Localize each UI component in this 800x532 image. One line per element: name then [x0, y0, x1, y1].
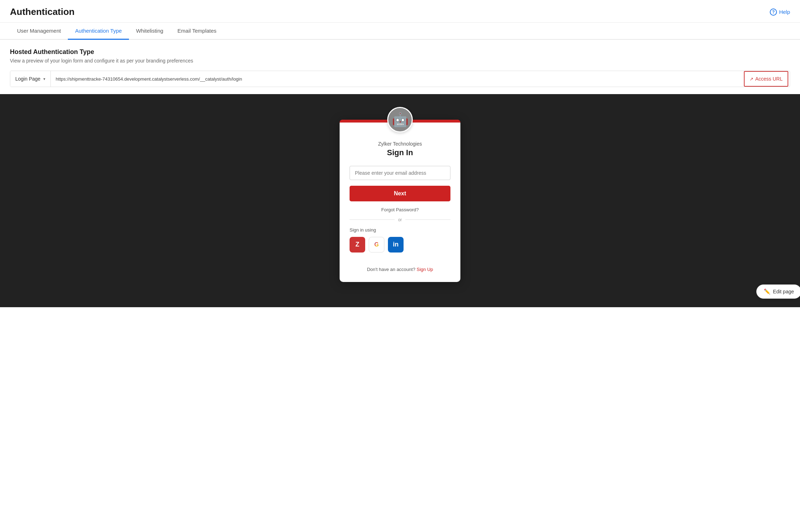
- chevron-down-icon: ▾: [43, 77, 45, 81]
- page-title: Authentication: [10, 6, 75, 17]
- url-display: https://shipmenttracke-74310654.developm…: [51, 76, 742, 82]
- login-card-body: Zylker Technologies Sign In Next Forgot …: [340, 123, 460, 272]
- sign-in-using-label: Sign in using: [350, 227, 376, 233]
- url-bar: Login Page ▾ https://shipmenttracke-7431…: [10, 71, 790, 87]
- social-icons-group: Z G in: [350, 237, 404, 253]
- google-icon: G: [374, 241, 379, 248]
- divider-line-right: [405, 219, 450, 220]
- company-name: Zylker Technologies: [378, 141, 422, 147]
- top-header: Authentication ? Help: [0, 0, 800, 23]
- or-divider: or: [350, 217, 450, 222]
- preview-area: 🤖 Zylker Technologies Sign In Next Forgo…: [0, 94, 800, 307]
- robot-icon: 🤖: [392, 113, 409, 126]
- or-text: or: [398, 217, 402, 222]
- page-type-dropdown[interactable]: Login Page ▾: [10, 71, 51, 87]
- help-icon: ?: [770, 9, 777, 16]
- tab-whitelisting[interactable]: Whitelisting: [129, 23, 171, 40]
- email-input[interactable]: [350, 166, 450, 180]
- forgot-password-link[interactable]: Forgot Password?: [381, 207, 419, 212]
- tab-authentication-type[interactable]: Authentication Type: [68, 23, 129, 40]
- tabs-bar: User Management Authentication Type Whit…: [0, 23, 800, 40]
- section-description: View a preview of your login form and co…: [10, 58, 790, 64]
- section-title: Hosted Authentication Type: [10, 48, 790, 56]
- tab-user-management[interactable]: User Management: [10, 23, 68, 40]
- access-url-label: Access URL: [755, 76, 783, 82]
- edit-page-label: Edit page: [773, 289, 794, 294]
- google-login-button[interactable]: G: [369, 237, 384, 253]
- edit-icon: ✏️: [764, 288, 771, 295]
- linkedin-login-button[interactable]: in: [388, 237, 404, 253]
- external-link-icon: ↗: [750, 76, 753, 82]
- edit-page-button[interactable]: ✏️ Edit page: [756, 284, 800, 299]
- login-card: 🤖 Zylker Technologies Sign In Next Forgo…: [340, 120, 460, 282]
- tab-email-templates[interactable]: Email Templates: [171, 23, 224, 40]
- help-link[interactable]: ? Help: [770, 9, 790, 16]
- divider-line-left: [350, 219, 395, 220]
- dropdown-label: Login Page: [15, 76, 40, 82]
- zoho-login-button[interactable]: Z: [350, 237, 365, 253]
- signup-prompt: Don't have an account? Sign Up: [367, 267, 433, 272]
- content-area: Hosted Authentication Type View a previe…: [0, 40, 800, 87]
- signup-link[interactable]: Sign Up: [417, 267, 433, 272]
- sign-in-title: Sign In: [387, 148, 413, 157]
- help-label: Help: [779, 9, 790, 15]
- signup-prompt-text: Don't have an account?: [367, 267, 415, 272]
- access-url-button[interactable]: ↗ Access URL: [744, 71, 788, 87]
- next-button[interactable]: Next: [350, 186, 450, 201]
- avatar: 🤖: [387, 107, 413, 132]
